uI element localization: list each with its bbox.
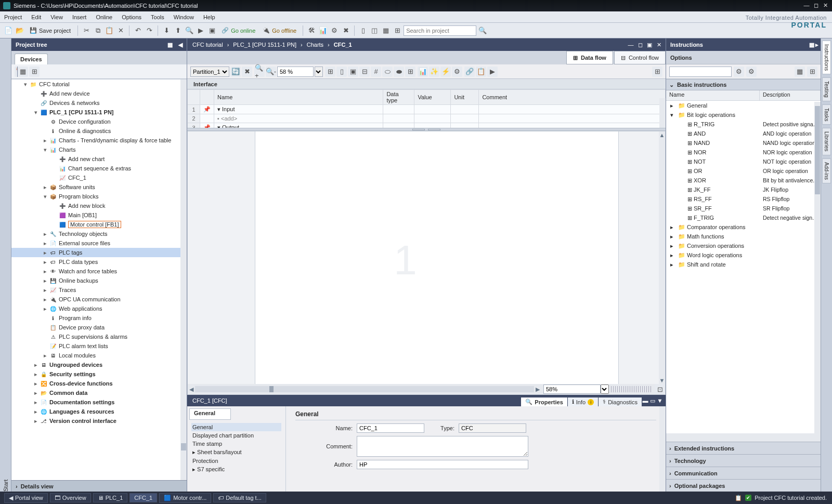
tree-twisty[interactable]: ▸ xyxy=(42,137,49,144)
tree-item[interactable]: 📝PLC alarm text lists xyxy=(11,341,187,351)
tree-item[interactable]: 🟪Main [OB1] xyxy=(11,210,187,220)
fit-icon[interactable]: ⊡ xyxy=(655,384,665,394)
instruction-row[interactable]: ▸📁 Word logic operations xyxy=(666,250,821,260)
optional-packages-header[interactable]: ›Optional packages xyxy=(666,479,821,492)
task-plc1[interactable]: 🖥PLC_1 xyxy=(93,493,128,502)
tree-tool-icon[interactable]: ⊞ xyxy=(29,67,40,77)
editor-float-icon[interactable]: ▣ xyxy=(645,41,654,49)
instruction-row[interactable]: ⊞ ANDAND logic operation xyxy=(666,129,821,138)
tree-item[interactable]: 📈CFC_1 xyxy=(11,173,187,182)
instruction-row[interactable]: ▸📁 Math functions xyxy=(666,232,821,241)
search-go-icon[interactable]: 🔍 xyxy=(477,25,488,36)
tree-twisty[interactable]: ▸ xyxy=(32,362,40,368)
menu-edit[interactable]: Edit xyxy=(31,14,41,20)
nav-general[interactable]: General xyxy=(191,423,281,431)
nav-s7[interactable]: ▸ S7 specific xyxy=(191,465,281,474)
name-input[interactable] xyxy=(357,423,424,433)
extended-instructions-header[interactable]: ›Extended instructions xyxy=(666,442,821,454)
tree-item[interactable]: ▸🌐Languages & resources xyxy=(11,407,187,416)
tree-item[interactable]: ▾🟦PLC_1 [CPU 1511-1 PN] xyxy=(11,108,187,117)
col-comment[interactable]: Comment xyxy=(479,90,666,105)
tool-icon[interactable]: ⚙ xyxy=(452,67,462,77)
side-tab-addins[interactable]: Add-ins xyxy=(822,158,831,183)
ins-twisty[interactable]: ▸ xyxy=(670,233,677,240)
instruction-row[interactable]: ⊞ F_TRIGDetect negative sign... xyxy=(666,213,821,222)
refresh-icon[interactable]: 🔄 xyxy=(230,67,241,77)
devices-tab[interactable]: Devices xyxy=(15,54,48,64)
menu-window[interactable]: Window xyxy=(174,14,194,20)
tool-icon[interactable]: ✨ xyxy=(429,67,439,77)
delete-icon[interactable]: ✕ xyxy=(115,25,126,36)
tree-view-icon[interactable]: ▦ xyxy=(166,41,174,49)
ins-twisty[interactable]: ▸ xyxy=(670,224,677,231)
tool-icon[interactable]: 📊 xyxy=(318,25,328,36)
layout-icon[interactable]: ⊞ xyxy=(392,25,402,36)
col-name[interactable]: Name xyxy=(214,90,383,105)
instruction-row[interactable]: ⊞ NORNOR logic operation xyxy=(666,148,821,157)
task-defaulttag[interactable]: 🏷Default tag t... xyxy=(213,493,266,502)
instruction-row[interactable]: ⊞ NANDNAND logic operation xyxy=(666,138,821,148)
minimize-icon[interactable]: — xyxy=(802,1,811,9)
instructions-filter-input[interactable] xyxy=(669,67,732,77)
tool-icon[interactable]: ⬭ xyxy=(382,67,393,77)
prop-pin-icon[interactable]: ▬ xyxy=(642,397,649,404)
instruction-row[interactable]: ⊞ NOTNOT logic operation xyxy=(666,157,821,166)
filter-icon[interactable]: ⚙ xyxy=(746,67,757,77)
col-unit[interactable]: Unit xyxy=(451,90,479,105)
tree-item[interactable]: ▸📂Common data xyxy=(11,388,187,397)
tree-twisty[interactable]: ▸ xyxy=(42,249,49,256)
instruction-row[interactable]: ▸📁 Conversion operations xyxy=(666,241,821,250)
task-motor[interactable]: 🟦Motor contr... xyxy=(159,493,211,503)
compile-icon[interactable]: ⬇ xyxy=(161,25,172,36)
tool-icon[interactable]: ⊟ xyxy=(359,67,370,77)
ins-twisty[interactable]: ▾ xyxy=(670,112,677,118)
download-icon[interactable]: ⬆ xyxy=(173,25,183,36)
zoom-in-icon[interactable]: 🔍+ xyxy=(254,67,265,77)
paste-icon[interactable]: 📋 xyxy=(104,25,114,36)
go-online-button[interactable]: 🔗 Go online xyxy=(218,25,258,36)
tool-icon[interactable]: ⊞ xyxy=(405,67,415,77)
collapse-icon[interactable]: ◀ xyxy=(176,41,185,49)
tool-icon[interactable]: ⚙ xyxy=(329,25,340,36)
tree-twisty[interactable]: ▸ xyxy=(42,240,49,247)
info-tab[interactable]: ℹInfoi xyxy=(568,397,598,406)
tool-icon[interactable]: 📋 xyxy=(476,67,486,77)
comment-input[interactable] xyxy=(357,436,528,457)
layout-icon[interactable]: ⊞ xyxy=(807,67,817,77)
tool-icon[interactable]: ▯ xyxy=(336,67,347,77)
tree-item[interactable]: ▸📄Documentation settings xyxy=(11,397,187,407)
tree-item[interactable]: ▾📦Program blocks xyxy=(11,192,187,201)
technology-header[interactable]: ›Technology xyxy=(666,454,821,467)
stop-icon[interactable]: ▣ xyxy=(207,25,217,36)
ins-twisty[interactable]: ▸ xyxy=(670,102,677,109)
tree-item[interactable]: 🔗Devices & networks xyxy=(11,98,187,108)
nav-sheetbars[interactable]: ▸ Sheet bars/layout xyxy=(191,448,281,457)
bc-item[interactable]: PLC_1 [CPU 1511-1 PN] xyxy=(233,42,296,48)
diagnostics-tab[interactable]: ⚕Diagnostics xyxy=(599,397,642,406)
tree-twisty[interactable]: ▾ xyxy=(42,193,49,200)
canvas-zoom-input[interactable] xyxy=(543,384,601,394)
ins-twisty[interactable]: ▸ xyxy=(670,252,677,259)
tree-twisty[interactable]: ▾ xyxy=(42,147,49,153)
tool-icon[interactable]: 🔗 xyxy=(464,67,475,77)
start-sidebar[interactable]: Start xyxy=(0,38,11,492)
tree-item[interactable]: ▸🔌OPC UA communication xyxy=(11,295,187,304)
nav-partition[interactable]: Displayed chart partition xyxy=(191,431,281,440)
hscroll-thumb[interactable] xyxy=(269,386,274,392)
tree-item[interactable]: ▸🖥Ungrouped devices xyxy=(11,360,187,369)
instruction-row[interactable]: ⊞ JK_FFJK Flipflop xyxy=(666,185,821,194)
scroll-thumb[interactable] xyxy=(181,443,186,450)
tree-item[interactable]: ▸📦Software units xyxy=(11,182,187,192)
tool-delete-icon[interactable]: ✖ xyxy=(341,25,351,36)
tree-item[interactable]: ▾📊Charts xyxy=(11,145,187,154)
simulate-icon[interactable]: ▶ xyxy=(196,25,206,36)
ins-hscroll[interactable] xyxy=(666,433,821,442)
col-value[interactable]: Value xyxy=(414,90,451,105)
menu-insert[interactable]: Insert xyxy=(72,14,87,20)
tree-twisty[interactable]: ▸ xyxy=(42,259,49,266)
control-flow-tab[interactable]: ⊟ Control flow xyxy=(614,51,666,64)
iface-scrollbar[interactable] xyxy=(659,98,666,128)
tree-item[interactable]: ▸🔧Technology objects xyxy=(11,229,187,238)
save-project-button[interactable]: 💾 Save project xyxy=(26,25,74,35)
instruction-row[interactable]: ▸📁 Shift and rotate xyxy=(666,260,821,269)
